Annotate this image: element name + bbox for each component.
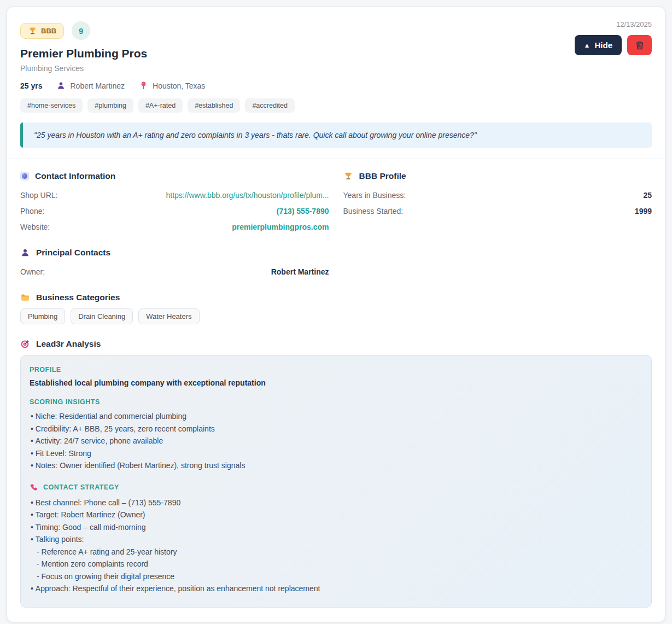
section-title: BBB Profile (359, 171, 406, 181)
info-row: Phone: (713) 555-7890 (20, 203, 329, 219)
tag-list: #home-services #plumbing #A+-rated #esta… (20, 98, 652, 113)
phone-icon (30, 483, 39, 492)
trophy-icon (343, 171, 353, 181)
contact-card-icon (20, 172, 29, 180)
business-categories-heading: Business Categories (20, 293, 652, 302)
info-row: Business Started: 1999 (343, 203, 652, 219)
insight-item: Credibility: A+ BBB, 25 years, zero rece… (30, 423, 642, 435)
tag: #established (188, 98, 240, 113)
hide-button-label: Hide (594, 40, 612, 50)
insight-item: Fit Level: Strong (30, 447, 642, 460)
strategy-item: Approach: Respectful of their experience… (30, 582, 642, 595)
section-title: Lead3r Analysis (36, 339, 101, 349)
strategy-item: Best channel: Phone call – (713) 555-789… (30, 497, 642, 509)
lead-card-header: BBB 9 Premier Plumbing Pros Plumbing Ser… (7, 7, 665, 159)
analysis-heading: Lead3r Analysis (20, 339, 652, 349)
info-row: Website: premierplumbingpros.com (20, 219, 329, 235)
profile-label: PROFILE (30, 366, 642, 374)
section-title: Contact Information (35, 171, 115, 181)
contact-info-heading: Contact Information (20, 171, 329, 181)
person-icon (56, 81, 66, 90)
business-name: Premier Plumbing Pros (20, 47, 652, 60)
field-value: 1999 (635, 207, 652, 215)
delete-button[interactable] (627, 35, 652, 55)
insight-item: Notes: Owner identified (Robert Martinez… (30, 459, 642, 472)
folder-icon (20, 293, 30, 302)
contact-name: Robert Martinez (70, 81, 125, 90)
analysis-section: Lead3r Analysis PROFILE Established loca… (20, 339, 652, 608)
target-icon (20, 339, 30, 349)
location-meta: Houston, Texas (139, 81, 205, 90)
category-chips: Plumbing Drain Cleaning Water Heaters (20, 308, 652, 324)
strategy-subitem: Focus on growing their digital presence (30, 570, 642, 583)
info-row: Shop URL: https://www.bbb.org/us/tx/hous… (20, 187, 329, 203)
insight-item: Niche: Residential and commercial plumbi… (30, 410, 642, 423)
section-title: Principal Contacts (36, 248, 110, 258)
field-label: Owner: (20, 267, 45, 276)
owner-name: Robert Martinez (271, 267, 329, 276)
trash-icon (634, 40, 645, 51)
business-type: Plumbing Services (20, 64, 652, 73)
phone-link[interactable]: (713) 555-7890 (277, 207, 329, 215)
pitch-quote: "25 years in Houston with an A+ rating a… (20, 123, 652, 148)
tag: #accredited (245, 98, 295, 113)
contact-strategy-list: Best channel: Phone call – (713) 555-789… (30, 497, 642, 595)
strategy-subitem: Reference A+ rating and 25-year history (30, 546, 642, 558)
field-label: Shop URL: (20, 191, 57, 200)
score-badge: 9 (72, 21, 90, 40)
strategy-label-text: CONTACT STRATEGY (43, 483, 119, 491)
tag: #home-services (20, 98, 83, 113)
tag: #A+-rated (138, 98, 183, 113)
info-row: Owner: Robert Martinez (20, 264, 329, 279)
category-chip: Plumbing (20, 308, 65, 324)
category-chip: Water Heaters (138, 308, 199, 324)
shop-url-link[interactable]: https://www.bbb.org/us/tx/houston/profil… (166, 191, 329, 200)
pin-icon (139, 81, 148, 90)
scoring-insights-label: SCORING INSIGHTS (30, 398, 642, 406)
strategy-item: Talking points: (30, 533, 642, 546)
hide-button[interactable]: ▲ Hide (575, 35, 622, 55)
website-link[interactable]: premierplumbingpros.com (232, 223, 329, 231)
contact-info-section: Contact Information Shop URL: https://ww… (20, 171, 329, 235)
field-label: Years in Business: (343, 191, 406, 200)
field-label: Phone: (20, 207, 44, 215)
years-in-business: 25 yrs (20, 81, 42, 90)
source-badge: BBB (20, 23, 64, 39)
bbb-profile-heading: BBB Profile (343, 171, 652, 181)
action-buttons: ▲ Hide (575, 35, 652, 55)
principal-contacts-section: Principal Contacts Owner: Robert Martine… (20, 248, 652, 279)
analysis-box: PROFILE Established local plumbing compa… (20, 355, 652, 608)
strategy-item: Timing: Good – call mid-morning (30, 521, 642, 534)
contact-strategy-label: CONTACT STRATEGY (30, 483, 642, 492)
contact-meta: Robert Martinez (56, 81, 125, 90)
field-value: 25 (643, 191, 652, 200)
info-row: Years in Business: 25 (343, 187, 652, 203)
bbb-profile-section: BBB Profile Years in Business: 25 Busine… (343, 171, 652, 235)
principal-contacts-heading: Principal Contacts (20, 248, 329, 258)
meta-row: 25 yrs Robert Martinez Houston, Texas (20, 81, 652, 90)
person-icon (20, 248, 30, 258)
business-categories-section: Business Categories Plumbing Drain Clean… (20, 293, 652, 324)
category-chip: Drain Cleaning (71, 308, 133, 324)
insight-item: Activity: 24/7 service, phone available (30, 435, 642, 447)
lead-date: 12/13/2025 (575, 20, 652, 28)
triangle-up-icon: ▲ (584, 42, 591, 49)
location-text: Houston, Texas (153, 81, 205, 90)
profile-summary: Established local plumbing company with … (30, 378, 642, 387)
section-title: Business Categories (36, 293, 120, 302)
header-actions: 12/13/2025 ▲ Hide (575, 20, 652, 55)
tag: #plumbing (87, 98, 133, 113)
trophy-icon (28, 26, 37, 36)
badge-row: BBB 9 (20, 21, 652, 40)
source-badge-label: BBB (41, 27, 56, 35)
strategy-subitem: Mention zero complaints record (30, 558, 642, 570)
field-label: Website: (20, 223, 50, 231)
lead-card-body: Contact Information Shop URL: https://ww… (7, 159, 665, 622)
lead-card: BBB 9 Premier Plumbing Pros Plumbing Ser… (7, 7, 665, 622)
strategy-item: Target: Robert Martinez (Owner) (30, 509, 642, 521)
scoring-insights-list: Niche: Residential and commercial plumbi… (30, 410, 642, 472)
field-label: Business Started: (343, 207, 404, 215)
